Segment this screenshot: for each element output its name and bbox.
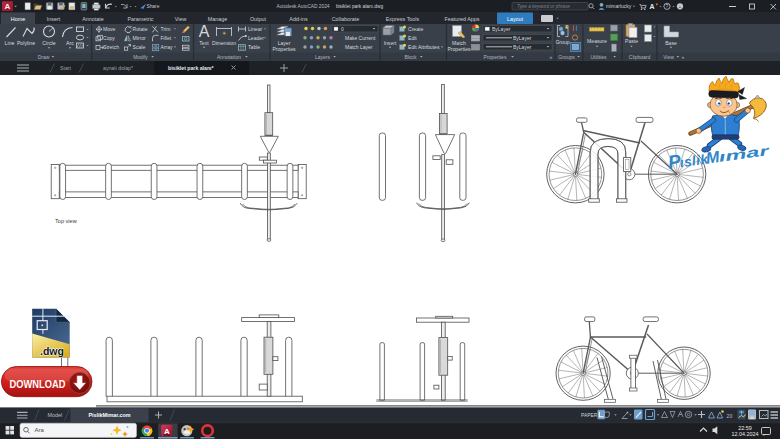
- svg-text:Insert: Insert: [47, 16, 61, 22]
- svg-text:Properties: Properties: [447, 46, 471, 52]
- svg-text:View: View: [175, 16, 187, 22]
- svg-text:View: View: [663, 54, 674, 60]
- svg-text:.dwg: .dwg: [40, 345, 64, 357]
- svg-text:Scale: Scale: [133, 44, 146, 50]
- svg-text:Edit Attributes: Edit Attributes: [408, 44, 440, 50]
- svg-text:Modify: Modify: [133, 54, 148, 60]
- svg-text:»: »: [682, 54, 685, 60]
- svg-text:Line: Line: [5, 40, 15, 46]
- svg-text:Output: Output: [250, 16, 267, 22]
- svg-text:Trim: Trim: [161, 26, 171, 32]
- svg-text:bisiklet park alanı.dwg: bisiklet park alanı.dwg: [336, 4, 384, 9]
- svg-text:Insert: Insert: [384, 40, 397, 46]
- svg-text:ByLayer: ByLayer: [513, 35, 532, 41]
- svg-text:ByLayer: ByLayer: [492, 26, 511, 32]
- svg-text:Match Layer: Match Layer: [345, 44, 373, 50]
- svg-text:A: A: [5, 2, 11, 11]
- svg-text:12.04.2024: 12.04.2024: [732, 431, 759, 437]
- svg-text:Layout: Layout: [507, 16, 524, 22]
- svg-text:Properties: Properties: [272, 46, 296, 52]
- svg-text:ByLayer: ByLayer: [513, 44, 532, 50]
- svg-text:Move: Move: [103, 26, 116, 32]
- svg-text:20: 20: [727, 413, 733, 419]
- svg-text:Create: Create: [408, 26, 423, 32]
- svg-text:Annotation: Annotation: [217, 54, 241, 60]
- svg-text:aynalı dolap*: aynalı dolap*: [103, 65, 133, 71]
- svg-text:Stretch: Stretch: [103, 44, 119, 50]
- svg-text:Draw: Draw: [38, 54, 50, 60]
- svg-text:Layers: Layers: [315, 54, 331, 60]
- svg-text:Circle: Circle: [42, 40, 55, 46]
- svg-text:Autodesk AutoCAD 2024: Autodesk AutoCAD 2024: [276, 4, 329, 9]
- svg-text:Arc: Arc: [66, 40, 74, 46]
- svg-text:Group: Group: [555, 39, 569, 45]
- svg-text:Parametric: Parametric: [127, 16, 153, 22]
- svg-text:Leader: Leader: [248, 35, 264, 41]
- svg-text:22:59: 22:59: [738, 425, 752, 431]
- svg-text:0: 0: [341, 26, 344, 32]
- svg-text:Dimension: Dimension: [212, 40, 236, 46]
- svg-text:Base: Base: [665, 40, 677, 46]
- svg-text:?: ?: [666, 3, 669, 9]
- svg-text:Manage: Manage: [208, 16, 227, 22]
- svg-text:bisiklet park alanı*: bisiklet park alanı*: [168, 65, 215, 71]
- svg-text:Featured Apps: Featured Apps: [444, 16, 479, 22]
- svg-text:Groups: Groups: [558, 54, 575, 60]
- svg-text:Collaborate: Collaborate: [332, 16, 360, 22]
- svg-text:Array: Array: [161, 44, 174, 50]
- svg-text:Express Tools: Express Tools: [386, 16, 420, 22]
- svg-text:Measure: Measure: [587, 38, 607, 44]
- svg-text:mimarlucky: mimarlucky: [606, 3, 632, 9]
- svg-text:Utilities: Utilities: [590, 54, 607, 60]
- svg-text:Mirror: Mirror: [133, 35, 147, 41]
- svg-text:Edit: Edit: [408, 35, 417, 41]
- svg-text:Ara: Ara: [35, 427, 45, 433]
- svg-text:PislikMimar.com: PislikMimar.com: [88, 412, 130, 418]
- svg-text:Share: Share: [147, 4, 160, 9]
- svg-text:A: A: [649, 3, 654, 10]
- svg-text:Text: Text: [199, 40, 209, 46]
- svg-text:Polyline: Polyline: [17, 40, 35, 46]
- svg-text:Annotate: Annotate: [82, 16, 104, 22]
- svg-text:★: ★: [564, 24, 569, 30]
- svg-text:Model: Model: [48, 412, 63, 418]
- svg-text:Clipboard: Clipboard: [629, 54, 651, 60]
- svg-text:PAPER: PAPER: [581, 413, 598, 418]
- svg-text:Add-ins: Add-ins: [289, 16, 308, 22]
- svg-text:Rotate: Rotate: [133, 26, 148, 32]
- svg-text:Top view: Top view: [55, 218, 78, 224]
- svg-text:●: ●: [679, 5, 681, 9]
- svg-text:Paste: Paste: [625, 38, 638, 44]
- svg-text:✳: ✳: [222, 30, 226, 36]
- svg-text:DOWNLOAD: DOWNLOAD: [10, 378, 66, 390]
- svg-text:Properties: Properties: [484, 54, 507, 60]
- svg-text:Table: Table: [248, 44, 260, 50]
- svg-text:Fillet: Fillet: [161, 35, 172, 41]
- svg-text:Block: Block: [404, 54, 417, 60]
- svg-text:A: A: [199, 23, 210, 40]
- svg-text:»: »: [550, 54, 553, 60]
- svg-text:Type a keyword or phrase: Type a keyword or phrase: [517, 4, 570, 9]
- svg-text:Make Current: Make Current: [345, 35, 376, 41]
- svg-text:Start: Start: [60, 65, 72, 71]
- svg-text:Linear: Linear: [248, 26, 262, 32]
- svg-text:Home: Home: [11, 16, 25, 22]
- svg-text:Copy: Copy: [103, 35, 115, 41]
